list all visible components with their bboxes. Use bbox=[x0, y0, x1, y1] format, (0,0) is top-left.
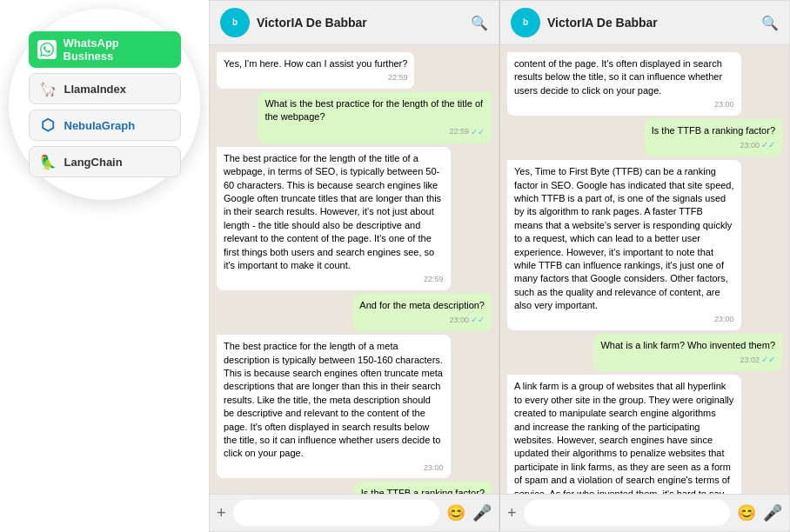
langchain-brand[interactable]: 🦜 LangChain bbox=[29, 146, 181, 177]
msg-2-1: content of the page. It's often displaye… bbox=[507, 52, 741, 116]
svg-text:b: b bbox=[232, 17, 238, 27]
msg-2-2: Is the TTFB a ranking factor? 23:00✓✓ bbox=[645, 119, 782, 156]
page-wrapper: WhatsApp Business 🦙 LlamaIndex ⬡ NebulaG… bbox=[0, 0, 790, 532]
msg-1-2: What is the best practice for the length… bbox=[258, 92, 492, 143]
msg-1-4: And for the meta description? 23:00✓✓ bbox=[352, 294, 492, 331]
nebula-icon: ⬡ bbox=[38, 116, 57, 135]
llama-icon: 🦙 bbox=[38, 79, 57, 98]
contact-name-1: VictorIA De Babbar bbox=[257, 16, 464, 30]
msg-1-6: Is the TTFB a ranking factor? 23:00✓✓ bbox=[354, 482, 492, 494]
chat-input-1[interactable] bbox=[233, 500, 439, 526]
nebula-label: NebulaGraph bbox=[64, 119, 136, 132]
whatsapp-label: WhatsApp Business bbox=[64, 37, 172, 63]
emoji-icon-2[interactable]: 😊 bbox=[737, 503, 756, 522]
nebula-brand[interactable]: ⬡ NebulaGraph bbox=[29, 110, 181, 141]
langchain-label: LangChain bbox=[64, 156, 123, 169]
msg-text: The best practice for the length of the … bbox=[224, 153, 441, 270]
chat-messages-1: Yes, I'm here. How can I assist you furt… bbox=[210, 45, 499, 494]
msg-text: What is the best practice for the length… bbox=[264, 98, 483, 122]
msg-text: Is the TTFB a ranking factor? bbox=[361, 488, 485, 494]
chat-header-2: b VictorIA De Babbar 🔍 bbox=[500, 1, 789, 45]
chat-header-1: b VictorIA De Babbar 🔍 bbox=[210, 1, 499, 45]
msg-1-3: The best practice for the length of the … bbox=[217, 147, 451, 290]
msg-text: What is a link farm? Who invented them? bbox=[600, 340, 775, 350]
msg-1-5: The best practice for the length of a me… bbox=[217, 335, 451, 478]
chat-panel-1: b VictorIA De Babbar 🔍 Yes, I'm here. Ho… bbox=[209, 0, 499, 532]
chat-panel-2: b VictorIA De Babbar 🔍 content of the pa… bbox=[499, 0, 790, 532]
msg-2-5: A link farm is a group of websites that … bbox=[507, 375, 741, 494]
avatar-1: b bbox=[220, 8, 250, 37]
chat-footer-2: + 😊 🎤 bbox=[500, 494, 789, 531]
avatar-2: b bbox=[511, 8, 540, 37]
whatsapp-icon bbox=[37, 40, 57, 59]
msg-2-4: What is a link farm? Who invented them? … bbox=[593, 334, 782, 371]
search-icon-1[interactable]: 🔍 bbox=[471, 15, 488, 31]
msg-text: Yes, I'm here. How can I assist you furt… bbox=[224, 58, 407, 69]
langchain-icon: 🦜 bbox=[38, 152, 57, 171]
svg-text:b: b bbox=[523, 17, 528, 27]
main-content: b VictorIA De Babbar 🔍 Yes, I'm here. Ho… bbox=[209, 0, 790, 532]
contact-name-2: VictorIA De Babbar bbox=[547, 16, 754, 30]
llama-brand[interactable]: 🦙 LlamaIndex bbox=[29, 73, 181, 104]
msg-text: Yes, Time to First Byte (TTFB) can be a … bbox=[514, 166, 734, 310]
whatsapp-brand[interactable]: WhatsApp Business bbox=[29, 31, 181, 68]
add-icon-1[interactable]: + bbox=[217, 504, 226, 522]
msg-1-1: Yes, I'm here. How can I assist you furt… bbox=[217, 52, 414, 89]
emoji-icon-1[interactable]: 😊 bbox=[446, 503, 465, 522]
chat-messages-2: content of the page. It's often displaye… bbox=[500, 45, 789, 494]
msg-text: The best practice for the length of a me… bbox=[224, 341, 443, 458]
brand-logos-circle: WhatsApp Business 🦙 LlamaIndex ⬡ NebulaG… bbox=[9, 9, 200, 200]
add-icon-2[interactable]: + bbox=[507, 504, 517, 522]
llama-label: LlamaIndex bbox=[64, 83, 127, 96]
search-icon-2[interactable]: 🔍 bbox=[761, 15, 779, 31]
chat-input-2[interactable] bbox=[524, 500, 730, 526]
msg-text: And for the meta description? bbox=[359, 300, 485, 310]
mic-icon-1[interactable]: 🎤 bbox=[472, 503, 492, 522]
msg-text: content of the page. It's often displaye… bbox=[514, 58, 722, 96]
msg-text: A link farm is a group of websites that … bbox=[514, 381, 733, 494]
msg-text: Is the TTFB a ranking factor? bbox=[652, 125, 775, 136]
mic-icon-2[interactable]: 🎤 bbox=[763, 503, 782, 522]
msg-2-3: Yes, Time to First Byte (TTFB) can be a … bbox=[507, 160, 741, 330]
chat-footer-1: + 😊 🎤 bbox=[210, 494, 499, 531]
